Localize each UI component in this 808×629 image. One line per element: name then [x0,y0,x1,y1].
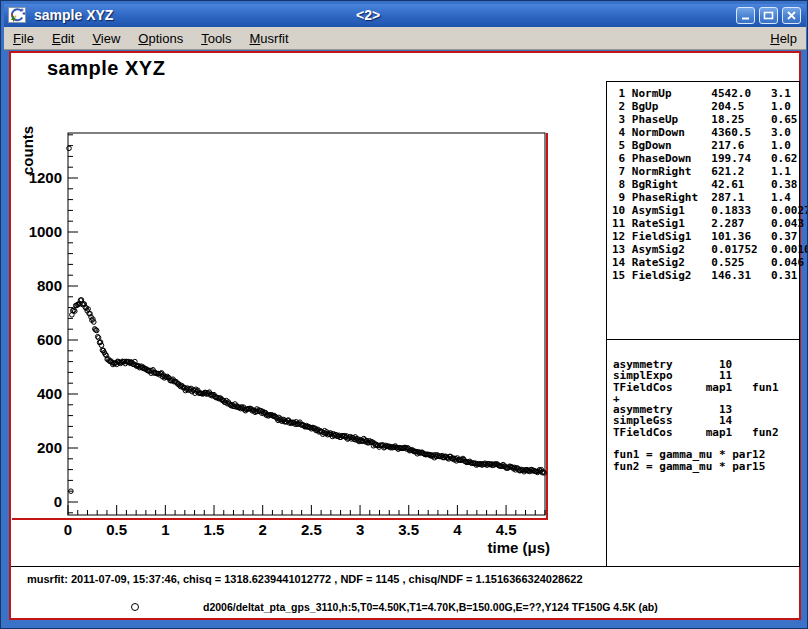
menu-edit[interactable]: Edit [43,28,83,49]
parameter-row: 13 AsymSig2 0.01752 0.00101 [612,243,799,256]
parameter-row: 3 PhaseUp 18.25 0.65 [612,113,799,126]
svg-text:200: 200 [37,439,62,456]
parameter-box[interactable]: 1 NormUp 4542.0 3.1 2 BgUp 204.5 1.0 3 P… [606,81,800,340]
parameter-row: 7 NormRight 621.2 1.1 [612,165,799,178]
svg-text:3.5: 3.5 [398,521,419,538]
legend-marker-circle [131,603,139,611]
menu-options[interactable]: Options [129,28,192,49]
parameter-row: 9 PhaseRight 287.1 1.4 [612,191,799,204]
window-title: sample XYZ [34,7,113,23]
svg-text:1000: 1000 [29,223,62,240]
theory-text: asymmetry 10 simplExpo 11 TFieldCos map1… [607,340,799,472]
titlebar[interactable]: sample XYZ <2> [4,4,806,27]
legend-label: d2006/deltat_pta_gps_3110,h:5,T0=4.50K,T… [203,601,658,613]
parameter-row: 11 RateSig1 2.287 0.043 [612,217,799,230]
parameter-row: 12 FieldSig1 101.36 0.37 [612,230,799,243]
svg-text:0.5: 0.5 [106,521,127,538]
svg-text:counts: counts [19,126,36,175]
close-button[interactable] [782,7,801,24]
menu-file[interactable]: File [4,28,43,49]
menubar: FileEditViewOptionsToolsMusrfit Help [4,27,806,50]
parameter-row: 2 BgUp 204.5 1.0 [612,100,799,113]
parameter-row: 6 PhaseDown 199.74 0.62 [612,152,799,165]
maximize-button[interactable] [759,7,778,24]
menu-items: FileEditViewOptionsToolsMusrfit [4,31,298,46]
svg-text:time (μs): time (μs) [487,539,550,556]
svg-text:600: 600 [37,331,62,348]
fit-info-text: musrfit: 2011-07-09, 15:37:46, chisq = 1… [27,573,787,585]
parameter-row: 15 FieldSig2 146.31 0.31 [612,269,799,282]
svg-text:400: 400 [37,385,62,402]
svg-text:3: 3 [356,521,364,538]
window-controls [736,7,801,24]
menu-tools[interactable]: Tools [192,28,240,49]
menu-help[interactable]: Help [761,28,806,49]
svg-text:0: 0 [64,521,72,538]
parameter-row: 14 RateSig2 0.525 0.046 [612,256,799,269]
svg-text:1.5: 1.5 [204,521,225,538]
svg-text:1: 1 [161,521,169,538]
plot-title: sample XYZ [47,57,165,80]
workspace-indicator: <2> [356,7,380,23]
menu-musrfit[interactable]: Musrfit [241,28,298,49]
parameter-row: 5 BgDown 217.6 1.0 [612,139,799,152]
app-window: sample XYZ <2> FileEditViewOptionsToolsM… [0,0,808,629]
minimize-button[interactable] [736,7,755,24]
svg-text:4.5: 4.5 [496,521,517,538]
legend-row: d2006/deltat_pta_gps_3110,h:5,T0=4.50K,T… [11,601,799,617]
root-canvas[interactable]: 00.511.522.533.544.502004006008001000120… [9,51,801,620]
parameter-row: 1 NormUp 4542.0 3.1 [612,87,799,100]
parameter-row: 8 BgRight 42.61 0.38 [612,178,799,191]
svg-text:2.5: 2.5 [301,521,322,538]
root-logo-icon [8,7,26,23]
svg-text:800: 800 [37,277,62,294]
menu-view[interactable]: View [83,28,129,49]
theory-box[interactable]: asymmetry 10 simplExpo 11 TFieldCos map1… [606,340,800,567]
svg-text:2: 2 [259,521,267,538]
parameter-row: 4 NormDown 4360.5 3.0 [612,126,799,139]
info-divider [11,566,799,567]
svg-text:0: 0 [54,493,62,510]
svg-text:4: 4 [453,521,462,538]
parameter-row: 10 AsymSig1 0.1833 0.0027 [612,204,799,217]
